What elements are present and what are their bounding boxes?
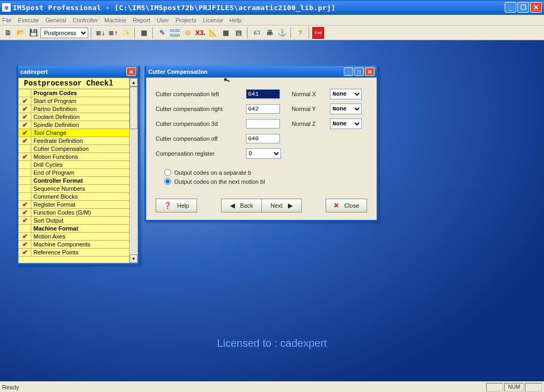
scroll-thumb[interactable] [130, 87, 138, 129]
menu-file[interactable]: File [2, 17, 12, 23]
scroll-down-icon[interactable]: ▼ [130, 254, 138, 263]
checklist-row[interactable]: ✔Partno Definition [19, 105, 138, 113]
select-comp-register[interactable]: D [246, 148, 281, 159]
label-comp-register: Compensation register [156, 150, 246, 157]
back-button[interactable]: ◀ Back [221, 199, 261, 212]
checkmark-icon: ✔ [22, 233, 28, 240]
checklist-row[interactable]: ✔Feedrate Definition [19, 137, 138, 145]
menu-projects[interactable]: Projects [175, 17, 197, 23]
mode-dropdown[interactable]: Postprocess [40, 28, 88, 38]
menu-help[interactable]: Help [230, 17, 242, 23]
dialog-minimize-button[interactable]: _ [344, 67, 353, 76]
check-cell [19, 225, 31, 232]
checklist-row[interactable]: ✔Sort Output [19, 217, 138, 225]
next-button[interactable]: Next ▶ [261, 199, 302, 212]
checklist-scrollbar[interactable]: ▲ ▼ [129, 78, 138, 263]
tool-btn-4[interactable]: ▦ [138, 27, 150, 39]
close-dialog-button[interactable]: ✕ Close [326, 199, 367, 212]
tool-btn-13[interactable]: ⚓ [276, 27, 288, 39]
check-cell [19, 185, 31, 192]
open-icon[interactable]: 📂 [15, 27, 27, 39]
checklist-row[interactable]: Sequence Numbers [19, 185, 138, 193]
checklist-row[interactable]: Cutter Compensation [19, 145, 138, 153]
check-cell: ✔ [19, 121, 31, 129]
tool-btn-3[interactable]: ✨ [120, 27, 132, 39]
checklist-row[interactable]: ✔Start of Program [19, 97, 138, 105]
checklist-row[interactable]: ✔Machine Components [19, 241, 138, 249]
save-icon[interactable]: 💾 [28, 27, 39, 39]
dialog-close-button[interactable]: ✕ [365, 67, 375, 76]
checklist-label: Motion Functions [31, 154, 138, 160]
check-cell [19, 161, 31, 168]
cadexpert-titlebar[interactable]: cadexpert ✕ [18, 66, 138, 78]
cutter-titlebar[interactable]: Cutter Compensation ↖ _ □ ✕ [146, 66, 377, 78]
print-icon[interactable]: 🖶 [264, 27, 275, 39]
status-num: NUM [504, 383, 524, 391]
cadexpert-close-button[interactable]: ✕ [126, 67, 136, 76]
radio-next-motion[interactable] [164, 178, 171, 185]
tool-btn-9[interactable]: 📐 [207, 27, 219, 39]
radio-separate-block[interactable] [164, 169, 171, 176]
input-comp-off[interactable] [246, 134, 280, 143]
menu-machine[interactable]: Machine [104, 17, 126, 23]
scroll-up-icon[interactable]: ▲ [130, 78, 138, 87]
tool-btn-11[interactable]: ▤ [233, 27, 244, 39]
select-normal-z[interactable]: None [330, 118, 362, 129]
status-ready: Ready [2, 384, 19, 390]
help-icon[interactable]: ? [294, 27, 306, 39]
menu-report[interactable]: Report [133, 17, 150, 23]
input-comp-3d[interactable] [246, 119, 280, 129]
input-comp-left[interactable] [246, 89, 280, 99]
checklist-row[interactable]: ✔Function Codes (G/M) [19, 209, 138, 217]
maximize-button[interactable]: ❐ [517, 2, 529, 13]
back-arrow-icon: ◀ [230, 202, 235, 209]
tool-btn-12[interactable]: 🏷 [251, 27, 262, 39]
tool-btn-10[interactable]: ▦ [220, 27, 232, 39]
check-cell [19, 89, 31, 97]
checklist-row[interactable]: Comment Blocks [19, 193, 138, 201]
checklist-row[interactable]: ✔Register Format [19, 201, 138, 209]
checklist-row[interactable]: ✔Coolant Definition [19, 113, 138, 121]
checklist-row[interactable]: ✔Motion Functions [19, 153, 138, 161]
menu-execute[interactable]: Execute [18, 17, 39, 23]
checklist-row[interactable]: Machine Format [19, 225, 138, 233]
exit-icon[interactable]: Exit [312, 27, 324, 39]
help-button[interactable]: ❓ Help [156, 199, 197, 212]
menu-user[interactable]: User [157, 17, 169, 23]
menu-general[interactable]: General [45, 17, 66, 23]
checklist-row[interactable]: ✔Reference Points [19, 249, 138, 257]
check-cell: ✔ [19, 241, 31, 248]
menu-license[interactable]: License [203, 17, 223, 23]
close-button[interactable]: ✕ [530, 2, 542, 13]
checkmark-icon: ✔ [22, 129, 28, 137]
cutter-compensation-window: Cutter Compensation ↖ _ □ ✕ Cutter compe… [144, 66, 378, 221]
tool-btn-7[interactable]: ⊘ [182, 27, 193, 39]
select-normal-y[interactable]: None [330, 104, 362, 114]
checklist-label: Partno Definition [31, 106, 138, 112]
status-box-1 [486, 383, 503, 391]
checklist-label: Start of Program [31, 98, 138, 104]
tool-btn-8[interactable]: X3. [194, 27, 206, 39]
tool-btn-2[interactable]: ≣↑ [107, 27, 119, 39]
minimize-button[interactable]: _ [505, 2, 516, 13]
tool-btn-1[interactable]: ≣↓ [95, 27, 106, 39]
tool-btn-6[interactable]: N100N200 [169, 27, 181, 39]
checklist-row[interactable]: Program Codes [19, 89, 138, 97]
select-normal-x[interactable]: None [330, 89, 362, 99]
checklist-row[interactable]: End of Program [19, 169, 138, 177]
checklist-row[interactable]: ✔Spindle Definition [19, 121, 138, 129]
checklist-label: Drill Cycles [31, 161, 138, 168]
checklist-row[interactable]: ✔Tool Change [19, 129, 138, 137]
new-icon[interactable]: 🗎 [2, 27, 14, 39]
checkmark-icon: ✔ [22, 217, 28, 224]
dialog-maximize-button[interactable]: □ [354, 67, 364, 76]
close-button-label: Close [344, 202, 359, 209]
status-bar: Ready NUM [0, 381, 544, 392]
checkmark-icon: ✔ [22, 153, 28, 160]
checklist-row[interactable]: Controller Format [19, 177, 138, 185]
checklist-row[interactable]: ✔Motion Axes [19, 233, 138, 241]
checklist-row[interactable]: Drill Cycles [19, 161, 138, 169]
tool-btn-5[interactable]: ✎ [156, 27, 168, 39]
menu-controller[interactable]: Controller [73, 17, 98, 23]
input-comp-right[interactable] [246, 104, 280, 114]
